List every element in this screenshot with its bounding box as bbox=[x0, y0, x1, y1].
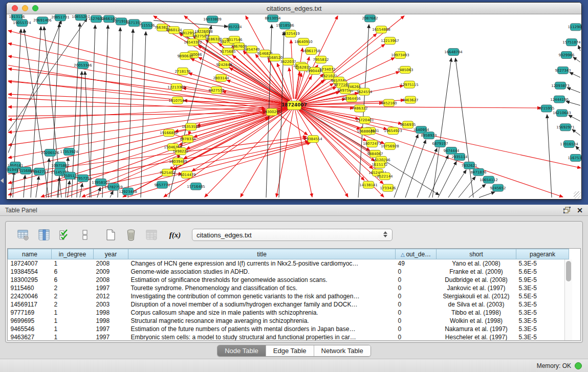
tab-node-table[interactable]: Node Table bbox=[217, 345, 266, 356]
table-cell[interactable]: 5.3E-5 bbox=[516, 300, 569, 309]
table-cell[interactable]: Dudbridge et al. (2008) bbox=[437, 276, 516, 284]
table-cell[interactable]: Yano et al. (2008) bbox=[437, 259, 516, 268]
table-cell[interactable]: Estimation of the future numbers of pati… bbox=[128, 325, 396, 333]
table-cell[interactable]: Changes of HCN gene expression and I(f) … bbox=[128, 259, 396, 268]
table-scrollbar-thumb[interactable] bbox=[566, 261, 571, 281]
table-cell[interactable]: 0 bbox=[396, 309, 437, 317]
table-cell[interactable]: 0 bbox=[396, 276, 437, 284]
table-cell[interactable]: 9465546 bbox=[8, 325, 52, 333]
graph-edge[interactable] bbox=[294, 105, 348, 197]
table-cell[interactable]: 0 bbox=[396, 268, 437, 276]
table-cell[interactable]: de Silva et al. (2003) bbox=[437, 300, 516, 309]
graph-edge[interactable] bbox=[455, 58, 473, 198]
window-resize-grip[interactable] bbox=[574, 191, 581, 199]
table-cell[interactable]: Structural magnetic resonance image aver… bbox=[128, 317, 396, 325]
table-row[interactable]: 1456911722003Disruption of a novel membe… bbox=[8, 300, 569, 309]
column-chooser-icon[interactable] bbox=[37, 228, 51, 242]
table-cell[interactable]: 2012 bbox=[94, 292, 128, 300]
graph-edge[interactable] bbox=[572, 129, 580, 136]
delete-columns-icon[interactable] bbox=[124, 228, 138, 242]
table-cell[interactable]: 2009 bbox=[94, 268, 128, 276]
memory-status-indicator[interactable] bbox=[575, 362, 582, 369]
graph-edge[interactable] bbox=[8, 81, 294, 105]
table-cell[interactable]: 0 bbox=[396, 284, 437, 292]
graph-edge[interactable] bbox=[296, 73, 301, 99]
table-cell[interactable]: 2 bbox=[52, 300, 94, 309]
table-cell[interactable]: 1 bbox=[52, 259, 94, 268]
table-cell[interactable]: 6 bbox=[52, 276, 94, 284]
column-header-in_degree[interactable]: in_degree bbox=[52, 249, 94, 259]
column-header-short[interactable]: short bbox=[437, 249, 516, 259]
table-cell[interactable]: 5.3E-5 bbox=[516, 259, 569, 268]
deselect-all-icon[interactable] bbox=[78, 228, 92, 242]
table-cell[interactable]: Embryonic stem cells: a model to study s… bbox=[128, 333, 396, 341]
table-cell[interactable]: 19384554 bbox=[8, 268, 52, 276]
table-cell[interactable]: 5.3E-5 bbox=[516, 309, 569, 317]
table-cell[interactable]: 22420046 bbox=[8, 292, 52, 300]
table-cell[interactable]: Nakamura et al. (1997) bbox=[437, 325, 516, 333]
table-cell[interactable]: Estimation of significance thresholds fo… bbox=[128, 276, 396, 284]
table-cell[interactable]: Hescheler et al. (1997) bbox=[437, 333, 516, 341]
graph-edge[interactable] bbox=[80, 183, 82, 198]
table-cell[interactable]: 18300295 bbox=[8, 276, 52, 284]
table-cell[interactable]: 1997 bbox=[94, 284, 128, 292]
table-cell[interactable]: 1997 bbox=[94, 325, 128, 333]
graph-edge[interactable] bbox=[118, 28, 120, 198]
table-cell[interactable]: Corpus callosum shape and size in male p… bbox=[128, 309, 396, 317]
table-row[interactable]: 1872400712008Changes of HCN gene express… bbox=[8, 259, 569, 268]
table-cell[interactable]: Franke et al. (2009) bbox=[437, 268, 516, 276]
select-all-icon[interactable] bbox=[58, 228, 71, 242]
table-cell[interactable]: 5.3E-5 bbox=[516, 333, 569, 341]
graph-edge[interactable] bbox=[547, 115, 552, 198]
table-cell[interactable]: 0 bbox=[396, 292, 437, 300]
table-cell[interactable]: 5.3E-5 bbox=[516, 284, 569, 292]
table-cell[interactable]: 1 bbox=[52, 325, 94, 333]
column-header-year[interactable]: year bbox=[94, 249, 128, 259]
table-row[interactable]: 2242004622012Investigating the contribut… bbox=[8, 292, 569, 300]
table-cell[interactable]: 6 bbox=[52, 268, 94, 276]
table-cell[interactable]: 2 bbox=[52, 284, 94, 292]
table-cell[interactable]: Stergiakouli et al. (2012) bbox=[437, 292, 516, 300]
graph-edge[interactable] bbox=[110, 191, 113, 198]
graph-edge[interactable] bbox=[479, 192, 495, 198]
graph-edge[interactable] bbox=[438, 161, 456, 198]
table-row[interactable]: 946554611997Estimation of the future num… bbox=[8, 325, 569, 333]
table-scrollbar[interactable] bbox=[564, 259, 572, 340]
column-header-name[interactable]: name bbox=[8, 249, 52, 259]
table-row[interactable]: 969969511998Structural magnetic resonanc… bbox=[8, 317, 569, 325]
delete-table-icon[interactable] bbox=[145, 228, 158, 242]
column-header-pagerank[interactable]: pagerank bbox=[516, 249, 569, 259]
graph-edge[interactable] bbox=[8, 18, 87, 132]
graph-edge[interactable] bbox=[102, 25, 108, 198]
table-cell[interactable]: 1 bbox=[52, 333, 94, 341]
table-cell[interactable]: 18724007 bbox=[8, 259, 52, 268]
graph-edge[interactable] bbox=[8, 105, 294, 145]
tab-network-table[interactable]: Network Table bbox=[314, 345, 371, 356]
table-cell[interactable]: 49 bbox=[396, 259, 437, 268]
table-selector-dropdown[interactable]: citations_edges.txt bbox=[192, 229, 393, 241]
graph-edge[interactable] bbox=[8, 105, 294, 170]
graph-edge[interactable] bbox=[570, 72, 580, 77]
table-cell[interactable]: Tourette syndrome. Phenomenology and cla… bbox=[128, 284, 396, 292]
graph-edge[interactable] bbox=[291, 40, 294, 99]
table-cell[interactable]: Wolkin et al. (1998) bbox=[437, 317, 516, 325]
graph-edge[interactable] bbox=[576, 146, 580, 151]
network-window-titlebar[interactable]: citations_edges.txt bbox=[7, 3, 581, 14]
close-panel-icon[interactable]: ✕ bbox=[577, 207, 583, 214]
table-cell[interactable]: 1 bbox=[52, 317, 94, 325]
table-cell[interactable]: 5.5E-5 bbox=[516, 292, 569, 300]
graph-edge[interactable] bbox=[578, 46, 580, 51]
table-cell[interactable]: 0 bbox=[396, 317, 437, 325]
table-cell[interactable]: 9115460 bbox=[8, 284, 52, 292]
graph-edge[interactable] bbox=[36, 176, 39, 198]
table-cell[interactable]: 9777169 bbox=[8, 309, 52, 317]
table-row[interactable]: 1938455462009Genome-wide association stu… bbox=[8, 268, 569, 276]
table-cell[interactable]: 2008 bbox=[94, 259, 128, 268]
graph-edge[interactable] bbox=[567, 87, 580, 93]
table-cell[interactable]: 0 bbox=[396, 325, 437, 333]
graph-edge[interactable] bbox=[68, 181, 70, 198]
table-cell[interactable]: 5.9E-5 bbox=[516, 276, 569, 284]
graph-edge[interactable] bbox=[72, 23, 80, 198]
graph-edge[interactable] bbox=[97, 187, 100, 198]
table-cell[interactable]: Disruption of a novel member of a sodium… bbox=[128, 300, 396, 309]
